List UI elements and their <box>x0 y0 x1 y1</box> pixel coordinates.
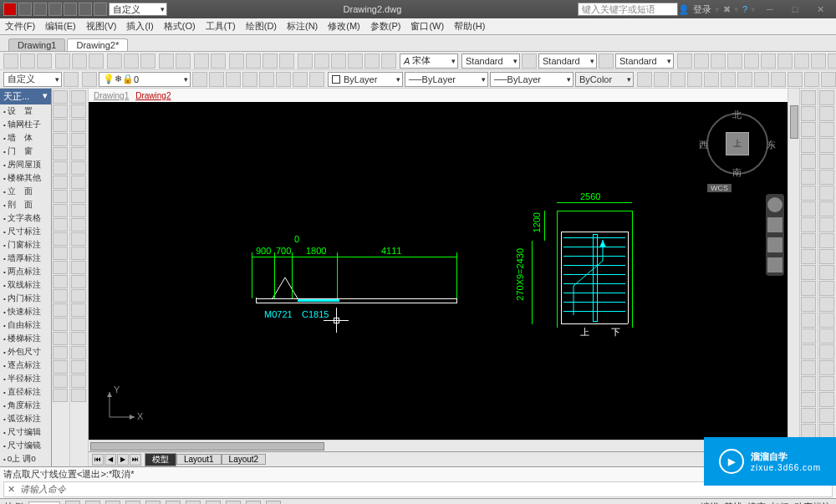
right1-tool-9-icon[interactable] <box>801 233 816 248</box>
tab-first-icon[interactable]: ⏮ <box>92 454 104 466</box>
right2-tool-18-icon[interactable] <box>819 376 834 391</box>
right1-tool-11-icon[interactable] <box>801 265 816 280</box>
snap-insertion-icon[interactable] <box>794 53 809 69</box>
palette-item[interactable]: 门窗标注 <box>0 238 51 252</box>
publish-icon[interactable] <box>89 53 104 69</box>
signin-label[interactable]: 登录 <box>693 3 711 16</box>
signin-icon[interactable]: 👤 <box>678 4 690 15</box>
status-lwt-icon[interactable] <box>206 501 221 505</box>
menu-draw[interactable]: 绘图(D) <box>246 20 277 33</box>
right1-tool-10-icon[interactable] <box>801 249 816 264</box>
menu-file[interactable]: 文件(F) <box>5 20 35 33</box>
match-icon[interactable] <box>159 53 174 69</box>
palette-item[interactable]: 角度标注 <box>0 399 51 412</box>
zoom-prev-icon[interactable] <box>279 53 294 69</box>
draw-tool-6-icon[interactable] <box>53 176 68 189</box>
snap-quadrant-icon[interactable] <box>744 53 759 69</box>
right2-tool-8-icon[interactable] <box>819 217 834 232</box>
zoom-window-icon[interactable] <box>263 53 278 69</box>
layer-freeze-icon[interactable] <box>242 72 257 87</box>
undo-icon[interactable] <box>194 53 209 69</box>
modify-tool-9-icon[interactable] <box>71 218 86 232</box>
qat-open-icon[interactable] <box>33 3 47 16</box>
modify-tool-16-icon[interactable] <box>71 318 86 331</box>
layer-on-icon[interactable] <box>276 72 291 87</box>
right2-tool-20-icon[interactable] <box>819 408 834 423</box>
right2-tool-17-icon[interactable] <box>819 360 834 375</box>
nav-wheel-icon[interactable] <box>767 197 782 212</box>
right2-tool-0-icon[interactable] <box>819 90 834 105</box>
menu-view[interactable]: 视图(V) <box>86 20 117 33</box>
status-toggle[interactable]: 加粗 <box>771 501 789 504</box>
right1-tool-17-icon[interactable] <box>801 360 816 375</box>
right2-tool-16-icon[interactable] <box>819 344 834 359</box>
plotstyle-dropdown[interactable]: ByColor <box>575 72 634 87</box>
hatch-icon[interactable] <box>771 72 786 87</box>
palette-item[interactable]: 弧弦标注 <box>0 412 51 425</box>
snap-perpendicular-icon[interactable] <box>811 53 826 69</box>
layer-unlock-icon[interactable] <box>309 72 324 87</box>
calc-icon[interactable] <box>381 53 396 69</box>
palette-item[interactable]: 逐点标注 <box>0 359 51 372</box>
palette-item[interactable]: 门 窗 <box>0 145 51 158</box>
right1-tool-3-icon[interactable] <box>801 138 816 153</box>
modify-tool-8-icon[interactable] <box>71 204 86 217</box>
move-icon[interactable] <box>788 72 803 87</box>
right2-tool-7-icon[interactable] <box>819 201 834 216</box>
draw-tool-21-icon[interactable] <box>53 389 68 402</box>
zoom-icon[interactable] <box>246 53 261 69</box>
menu-edit[interactable]: 编辑(E) <box>45 20 76 33</box>
right1-tool-5-icon[interactable] <box>801 170 816 185</box>
pline-icon[interactable] <box>704 72 719 87</box>
palette-item[interactable]: 楼梯其他 <box>0 171 51 185</box>
minimize-button[interactable]: ─ <box>759 2 781 17</box>
rotate-icon[interactable] <box>821 72 836 87</box>
right1-tool-14-icon[interactable] <box>801 313 816 328</box>
color-dropdown[interactable]: ByLayer <box>328 72 403 87</box>
qat-print-icon[interactable] <box>64 3 77 16</box>
draw-tool-16-icon[interactable] <box>53 318 68 331</box>
textstyle-icon[interactable] <box>522 53 537 69</box>
modify-tool-3-icon[interactable] <box>71 133 86 146</box>
tool-palette-icon[interactable] <box>331 53 346 69</box>
menu-modify[interactable]: 修改(M) <box>328 20 360 33</box>
status-ortho-icon[interactable] <box>105 501 120 505</box>
palette-item[interactable]: 外包尺寸 <box>0 345 51 359</box>
draw-tool-17-icon[interactable] <box>53 332 68 345</box>
palette-item[interactable]: 内门标注 <box>0 292 51 305</box>
right1-tool-13-icon[interactable] <box>801 297 816 312</box>
draw-tool-15-icon[interactable] <box>53 303 68 317</box>
menu-help[interactable]: 帮助(H) <box>454 20 485 33</box>
right1-tool-18-icon[interactable] <box>801 376 816 391</box>
right1-tool-1-icon[interactable] <box>801 106 816 121</box>
rect-icon[interactable] <box>754 72 769 87</box>
draw-tool-7-icon[interactable] <box>53 190 68 203</box>
palette-item[interactable]: 两点标注 <box>0 265 51 278</box>
command-input[interactable]: 请输入命令 <box>20 484 66 494</box>
linetype-dropdown[interactable]: ── ByLayer <box>405 72 488 87</box>
palette-item[interactable]: o上 调o <box>0 452 51 466</box>
tab-next-icon[interactable]: ▶ <box>117 454 129 466</box>
command-close-icon[interactable]: ✕ <box>8 484 15 494</box>
draw-tool-14-icon[interactable] <box>53 289 68 303</box>
right1-tool-12-icon[interactable] <box>801 281 816 296</box>
palette-item[interactable]: 半径标注 <box>0 372 51 385</box>
modify-tool-2-icon[interactable] <box>71 119 86 132</box>
design-center-icon[interactable] <box>314 53 329 69</box>
draw-tool-20-icon[interactable] <box>53 374 68 388</box>
nav-zoom-icon[interactable] <box>767 237 782 252</box>
menu-tools[interactable]: 工具(T) <box>206 20 236 33</box>
right1-tool-4-icon[interactable] <box>801 154 816 169</box>
help-search-input[interactable]: 键入关键字或短语 <box>578 3 678 16</box>
draw-tool-0-icon[interactable] <box>53 90 68 104</box>
right1-tool-20-icon[interactable] <box>801 408 816 423</box>
palette-title[interactable]: 天正...▾ <box>0 89 51 104</box>
sheet-set-icon[interactable] <box>348 53 363 69</box>
palette-item[interactable]: 自由标注 <box>0 318 51 332</box>
layer-match-icon[interactable] <box>209 72 224 87</box>
font-dropdown[interactable]: A 宋体 <box>400 53 458 69</box>
nav-pan-icon[interactable] <box>767 217 782 232</box>
dimstyle-icon[interactable] <box>599 53 614 69</box>
modify-tool-7-icon[interactable] <box>71 190 86 203</box>
draw-tool-10-icon[interactable] <box>53 232 68 246</box>
